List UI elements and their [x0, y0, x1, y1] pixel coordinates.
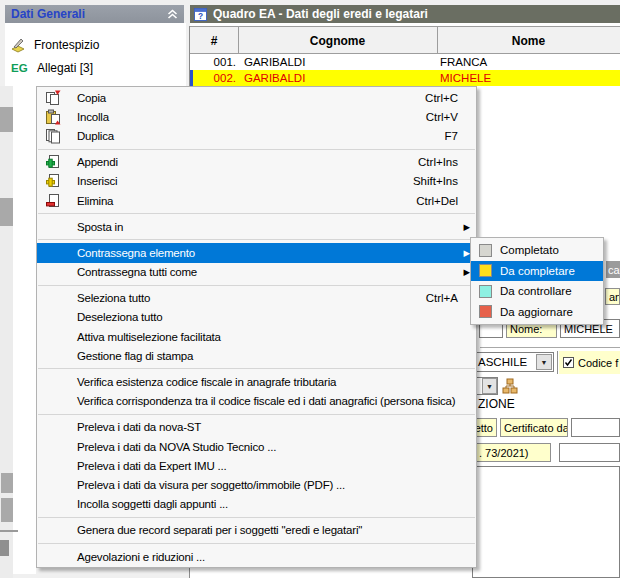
quadro-titlebar: ? Quadro EA - Dati degli eredi e legatar… [190, 5, 620, 23]
certificato-input[interactable] [571, 418, 620, 437]
copy-icon [45, 90, 61, 106]
insert-icon [45, 173, 61, 189]
tree-structure-icon[interactable] [502, 378, 518, 394]
sidebar-item-label: Frontespizio [34, 38, 99, 52]
menu-item-genera-due-record[interactable]: Genera due record separati per i soggett… [37, 521, 476, 540]
menu-separator [38, 414, 475, 415]
menu-separator [38, 149, 475, 150]
row-nome: MICHELE [440, 72, 491, 84]
form-tab-fragment[interactable]: cap [606, 261, 620, 278]
append-icon [45, 154, 61, 170]
collapse-chevrons-icon[interactable] [167, 9, 178, 20]
da-completare-color-swatch [479, 264, 492, 277]
menu-item-agevolazioni-riduzioni[interactable]: Agevolazioni e riduzioni ... [37, 547, 476, 566]
sidebar-item-label: Allegati [3] [37, 61, 93, 75]
left-gap [13, 86, 36, 574]
dropdown-arrow-button[interactable]: ▼ [536, 354, 552, 370]
menu-item-preleva-expert-imu[interactable]: Preleva i dati da Expert IMU ... [37, 456, 476, 475]
menu-item-gestione-flag-stampa[interactable]: Gestione flag di stampa [37, 346, 476, 365]
form-divider [557, 351, 558, 374]
codice-fiscale-checkbox[interactable] [563, 357, 574, 368]
menu-item-preleva-visura-pdf[interactable]: Preleva i dati da visura per soggetto/im… [37, 475, 476, 494]
sidebar [5, 23, 186, 86]
stamp-icon [10, 37, 26, 53]
menu-item-contrassegna-tutti[interactable]: Contrassegna tutti come ▶ [37, 263, 476, 282]
submenu-item-completato[interactable]: Completato [471, 240, 603, 261]
delete-icon [45, 193, 61, 209]
menu-item-elimina[interactable]: Elimina Ctrl+Del [37, 191, 476, 210]
quadro-help-icon: ? [194, 8, 207, 21]
dichiarante-field-fragment: ante [605, 288, 620, 305]
sidebar-item-frontespizio[interactable]: Frontespizio [10, 37, 99, 53]
section-title-fragment: ZIONE [478, 397, 515, 411]
menu-separator [38, 285, 475, 286]
norma-label-fragment: . 73/2021) [472, 443, 551, 462]
menu-item-inserisci[interactable]: Inserisci Shift+Ins [37, 172, 476, 191]
column-divider [437, 27, 438, 55]
selected-row-marker [190, 70, 193, 86]
da-controllare-color-swatch [479, 285, 492, 298]
contrassegna-submenu: Completato Da completare Da controllare … [470, 237, 604, 325]
duplicate-icon [45, 128, 61, 144]
column-header-cognome[interactable]: Cognome [238, 27, 437, 55]
menu-item-attiva-multiselezione[interactable]: Attiva multiselezione facilitata [37, 327, 476, 346]
row-cognome: GARIBALDI [244, 56, 305, 68]
table-row[interactable]: 001. GARIBALDI FRANCA [190, 54, 620, 70]
menu-separator [38, 517, 475, 518]
submenu-arrow-icon: ▶ [456, 248, 470, 258]
quadro-title: Quadro EA - Dati degli eredi e legatari [213, 7, 428, 21]
row-number: 001. [196, 56, 236, 68]
paste-icon [45, 109, 61, 125]
submenu-arrow-icon: ▶ [456, 267, 470, 277]
menu-item-incolla-soggetti-appunti[interactable]: Incolla soggetti dagli appunti ... [37, 495, 476, 514]
menu-separator [38, 239, 475, 240]
context-menu: Copia Ctrl+C Incolla Ctrl+V Duplica F7 [36, 86, 477, 568]
background-remnant [1, 473, 13, 493]
sidebar-title: Dati Generali [11, 7, 167, 21]
svg-text:?: ? [198, 11, 203, 21]
codice-fiscale-label: Codice f [578, 357, 618, 369]
menu-item-verifica-esistenza-cf[interactable]: Verifica esistenza codice fiscale in ana… [37, 372, 476, 391]
notes-textarea[interactable] [472, 466, 620, 578]
menu-separator [38, 368, 475, 369]
column-header-nome[interactable]: Nome [437, 27, 620, 55]
submenu-arrow-icon: ▶ [456, 222, 470, 232]
completato-color-swatch [479, 244, 492, 257]
column-divider [238, 27, 239, 55]
dropdown-arrow-button[interactable]: ▼ [482, 378, 497, 394]
background-remnant [0, 107, 13, 132]
row-cognome: GARIBALDI [244, 72, 305, 84]
menu-separator [38, 213, 475, 214]
table-row-selected[interactable]: 002. GARIBALDI MICHELE [190, 70, 620, 86]
menu-item-preleva-nova-st[interactable]: Preleva i dati da nova-ST [37, 418, 476, 437]
background-remnant [0, 198, 13, 226]
background-remnant [1, 498, 13, 522]
menu-item-sposta-in[interactable]: Sposta in ▶ [37, 217, 476, 236]
submenu-item-da-completare[interactable]: Da completare [471, 261, 603, 282]
menu-item-seleziona-tutto[interactable]: Seleziona tutto Ctrl+A [37, 289, 476, 308]
norma-input[interactable] [559, 443, 620, 462]
form-divider [480, 347, 620, 348]
background-remnant [0, 540, 9, 556]
menu-item-incolla[interactable]: Incolla Ctrl+V [37, 107, 476, 126]
sidebar-header[interactable]: Dati Generali [5, 5, 184, 23]
menu-item-deseleziona-tutto[interactable]: Deseleziona tutto [37, 308, 476, 327]
row-number: 002. [196, 72, 236, 84]
menu-item-contrassegna-elemento[interactable]: Contrassegna elemento ▶ [37, 243, 476, 262]
column-header-num[interactable]: # [190, 27, 238, 55]
menu-item-preleva-nova-studio-tecnico[interactable]: Preleva i dati da NOVA Studio Tecnico ..… [37, 437, 476, 456]
background-remnant [0, 530, 18, 532]
menu-item-copia[interactable]: Copia Ctrl+C [37, 88, 476, 107]
menu-item-verifica-corrispondenza-cf[interactable]: Verifica corrispondenza tra il codice fi… [37, 392, 476, 411]
codice-fiscale-group: Codice f [559, 351, 620, 374]
table-header: # Cognome Nome [190, 26, 620, 54]
submenu-item-da-controllare[interactable]: Da controllare [471, 281, 603, 302]
row-nome: FRANCA [440, 56, 487, 68]
menu-item-duplica[interactable]: Duplica F7 [37, 126, 476, 145]
certificato-label: Certificato da: [500, 418, 568, 437]
app-window: Dati Generali Frontespizio EG Allegati [… [0, 0, 620, 578]
da-aggiornare-color-swatch [479, 305, 492, 318]
sidebar-item-allegati[interactable]: EG Allegati [3] [11, 61, 93, 75]
menu-item-appendi[interactable]: Appendi Ctrl+Ins [37, 153, 476, 172]
submenu-item-da-aggiornare[interactable]: Da aggiornare [471, 302, 603, 323]
